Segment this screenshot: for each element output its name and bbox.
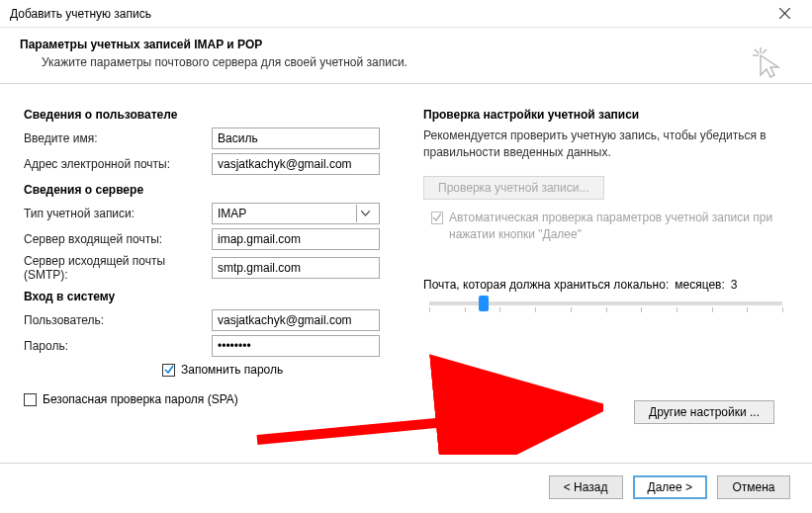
incoming-server-input[interactable] <box>212 228 380 250</box>
auto-test-checkbox <box>431 212 443 224</box>
slider-months-label: месяцев: <box>675 278 725 292</box>
test-settings-heading: Проверка настройки учетной записи <box>423 108 788 122</box>
outgoing-server-input[interactable] <box>212 257 380 279</box>
test-account-button[interactable]: Проверка учетной записи... <box>423 176 604 200</box>
test-settings-desc: Рекомендуется проверить учетную запись, … <box>423 128 788 162</box>
login-heading: Вход в систему <box>24 290 400 303</box>
close-button[interactable] <box>765 2 804 26</box>
other-settings-button[interactable]: Другие настройки ... <box>634 400 774 424</box>
next-button[interactable]: Далее > <box>633 475 708 499</box>
name-input[interactable] <box>212 128 380 149</box>
email-label: Адрес электронной почты: <box>24 157 212 171</box>
wizard-cursor-icon <box>751 45 786 84</box>
check-icon <box>164 365 174 375</box>
page-subtitle: Укажите параметры почтового сервера для … <box>42 55 792 69</box>
outgoing-server-label: Сервер исходящей почты (SMTP): <box>24 254 212 282</box>
user-info-heading: Сведения о пользователе <box>24 108 400 122</box>
password-input[interactable] <box>212 335 380 357</box>
spa-checkbox[interactable] <box>24 393 37 406</box>
incoming-server-label: Сервер входящей почты: <box>24 232 212 246</box>
window-title: Добавить учетную запись <box>10 7 765 21</box>
svg-line-7 <box>257 410 574 440</box>
slider-thumb[interactable] <box>479 296 489 311</box>
mail-retention-slider[interactable] <box>429 301 782 305</box>
remember-password-checkbox[interactable] <box>162 364 175 377</box>
name-label: Введите имя: <box>24 131 212 145</box>
server-info-heading: Сведения о сервере <box>24 183 400 197</box>
account-type-value: IMAP <box>218 207 246 220</box>
page-title: Параметры учетных записей IMAP и POP <box>20 38 792 51</box>
slider-months-value: 3 <box>731 278 738 292</box>
account-type-label: Тип учетной записи: <box>24 207 212 220</box>
chevron-down-icon <box>356 205 374 222</box>
svg-line-5 <box>763 49 767 53</box>
slider-label: Почта, которая должна храниться локально… <box>423 278 669 292</box>
cancel-button[interactable]: Отмена <box>717 475 790 499</box>
email-input[interactable] <box>212 153 380 175</box>
svg-line-4 <box>755 49 759 53</box>
check-icon <box>432 213 442 222</box>
username-label: Пользователь: <box>24 313 212 327</box>
auto-test-label: Автоматическая проверка параметров учетн… <box>449 210 788 243</box>
back-button[interactable]: < Назад <box>549 475 623 499</box>
close-icon <box>779 8 790 19</box>
username-input[interactable] <box>212 309 380 331</box>
remember-password-label: Запомнить пароль <box>181 363 283 377</box>
spa-label: Безопасная проверка пароля (SPA) <box>43 392 238 406</box>
account-type-select[interactable]: IMAP <box>212 203 380 224</box>
password-label: Пароль: <box>24 339 212 353</box>
